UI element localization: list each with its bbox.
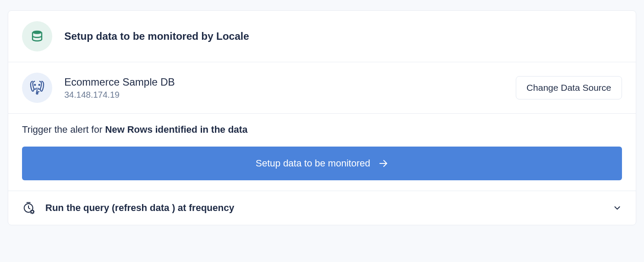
svg-point-1: [35, 84, 35, 85]
datasource-host: 34.148.174.19: [64, 90, 516, 100]
frequency-label: Run the query (refresh data ) at frequen…: [45, 202, 234, 214]
trigger-section: Trigger the alert for New Rows identifie…: [8, 113, 636, 191]
trigger-description: Trigger the alert for New Rows identifie…: [22, 124, 622, 135]
frequency-left: Run the query (refresh data ) at frequen…: [22, 201, 234, 214]
database-icon: [22, 21, 52, 51]
datasource-info: Ecommerce Sample DB 34.148.174.19: [64, 76, 516, 100]
setup-header: Setup data to be monitored by Locale: [8, 11, 636, 62]
frequency-row[interactable]: Run the query (refresh data ) at frequen…: [8, 191, 636, 225]
svg-point-2: [39, 84, 40, 85]
setup-title: Setup data to be monitored by Locale: [64, 30, 249, 42]
setup-data-button-label: Setup data to be monitored: [256, 158, 370, 169]
svg-point-0: [32, 31, 41, 34]
chevron-down-icon: [612, 203, 622, 213]
clock-settings-icon: [22, 201, 35, 214]
trigger-prefix: Trigger the alert for: [22, 124, 105, 135]
arrow-right-icon: [378, 158, 388, 169]
postgresql-icon: [22, 73, 52, 103]
trigger-strong: New Rows identified in the data: [105, 124, 247, 135]
datasource-row: Ecommerce Sample DB 34.148.174.19 Change…: [8, 62, 636, 113]
change-datasource-button[interactable]: Change Data Source: [516, 76, 622, 99]
setup-card: Setup data to be monitored by Locale Eco…: [8, 10, 636, 225]
setup-data-button[interactable]: Setup data to be monitored: [22, 147, 622, 180]
datasource-name: Ecommerce Sample DB: [64, 76, 516, 88]
